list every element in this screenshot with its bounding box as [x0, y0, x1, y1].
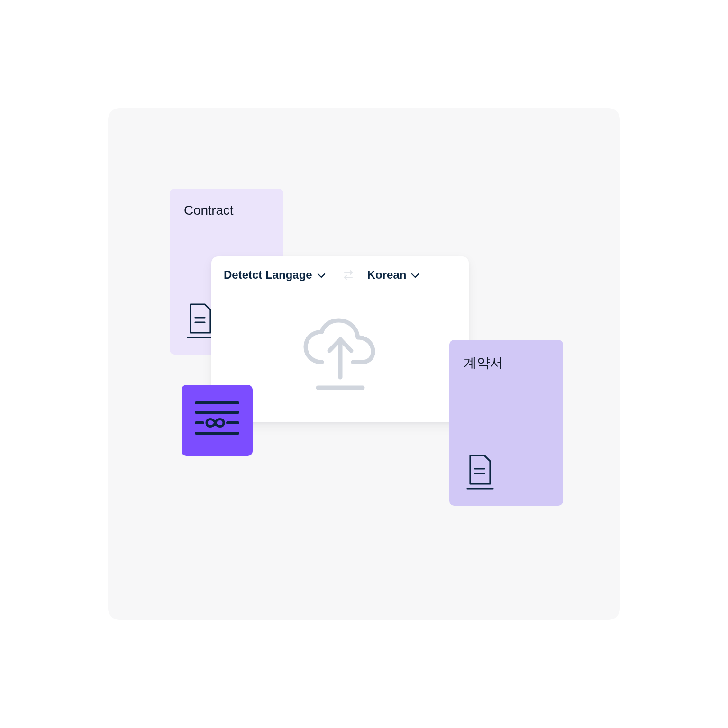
text-wrap-tile	[182, 385, 253, 456]
swap-languages-button[interactable]	[341, 267, 356, 282]
chevron-down-icon	[411, 268, 419, 282]
stage: Contract Detetct Langage	[108, 108, 620, 620]
source-language-select[interactable]: Detetct Langage	[224, 268, 326, 282]
source-document-title: Contract	[184, 203, 269, 218]
target-document-title: 계약서	[464, 354, 549, 372]
translator-header: Detetct Langage Korean	[211, 256, 469, 293]
source-language-label: Detetct Langage	[224, 268, 312, 282]
target-language-select[interactable]: Korean	[367, 268, 420, 282]
cloud-upload-icon	[295, 317, 385, 399]
chevron-down-icon	[317, 268, 326, 282]
target-language-label: Korean	[367, 268, 407, 282]
swap-arrows-icon	[342, 269, 355, 281]
document-icon	[465, 454, 495, 492]
text-wrap-infinity-icon	[192, 397, 242, 444]
target-document-card: 계약서	[449, 340, 563, 506]
document-icon	[186, 302, 215, 341]
